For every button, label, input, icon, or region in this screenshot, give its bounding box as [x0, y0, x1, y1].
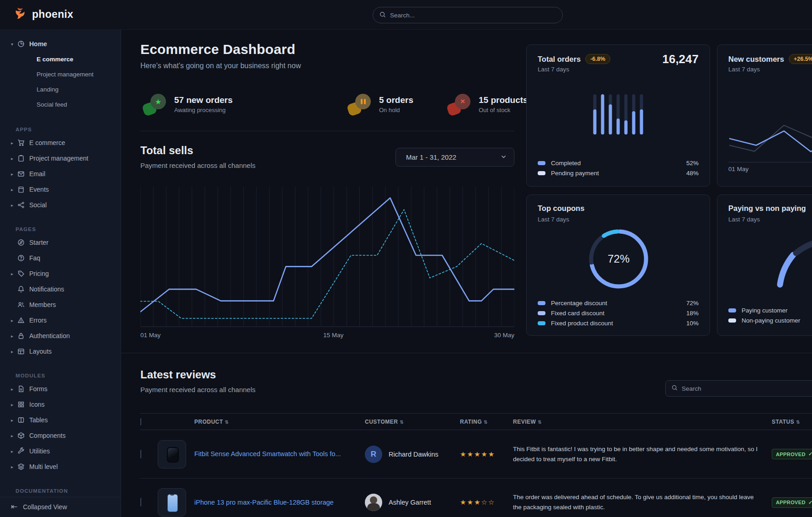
sidebar-item-notifications[interactable]: Notifications — [11, 281, 121, 297]
section-divider — [121, 353, 812, 353]
select-all-checkbox[interactable] — [140, 419, 158, 425]
chevron-right-icon: ▸ — [11, 334, 17, 339]
column-header-status[interactable]: STATUS⇅ — [772, 419, 812, 425]
chevron-right-icon: ▸ — [11, 156, 17, 161]
collapse-sidebar-button[interactable]: ⇤ Collapsed View — [11, 502, 67, 512]
sidebar-item-project-management-dashboard[interactable]: Project management — [11, 67, 121, 82]
change-badge: -6.8% — [585, 54, 610, 64]
sort-icon: ⇅ — [484, 420, 488, 425]
table-row: iPhone 13 pro max-Pacific Blue-128GB sto… — [140, 479, 812, 517]
calendar-icon — [17, 186, 25, 193]
file-text-icon — [17, 385, 25, 393]
avatar[interactable]: R — [365, 446, 382, 463]
rating-stars: ★★★★★ — [460, 450, 495, 458]
chevron-right-icon: ▸ — [11, 203, 17, 208]
sidebar-item-errors[interactable]: ▸ Errors — [11, 312, 121, 328]
sidebar-item-social[interactable]: ▸ Social — [11, 197, 121, 213]
sidebar-item-utilities[interactable]: ▸ Utilities — [11, 443, 121, 459]
warning-icon — [17, 317, 25, 324]
global-search-input[interactable]: Search... — [373, 7, 563, 23]
chevron-down-icon: ▾ — [11, 42, 17, 47]
legend-fixed-product-discount: Fixed product discount 10% — [538, 318, 699, 328]
card-period: Last 7 days — [538, 66, 569, 73]
review-text: The order was delivered ahead of schedul… — [513, 492, 772, 512]
sidebar-item-project-management[interactable]: ▸ Project management — [11, 151, 121, 166]
chevron-right-icon: ▸ — [11, 271, 17, 276]
sidebar-item-events[interactable]: ▸ Events — [11, 182, 121, 197]
date-range-select[interactable]: Mar 1 - 31, 2022 — [395, 148, 514, 167]
row-checkbox[interactable] — [140, 498, 158, 506]
sidebar-item-faq[interactable]: Faq — [11, 250, 121, 266]
sort-icon: ⇅ — [538, 420, 542, 425]
card-title: Total orders — [538, 55, 581, 64]
legend-swatch — [538, 311, 545, 315]
stat-new-orders: ★ 57 new orders Awating processing — [143, 94, 233, 115]
sort-icon: ⇅ — [796, 420, 800, 425]
page-title: Ecommerce Dashboard — [140, 42, 295, 57]
top-coupons-card: Top coupons Last 7 days 72% Percentage d… — [526, 194, 710, 336]
sidebar-item-forms[interactable]: ▸ Forms — [11, 381, 121, 397]
total-orders-card: Total orders -6.8% 16,247 Last 7 days Co… — [526, 44, 710, 187]
check-icon: ✓ — [808, 451, 812, 457]
column-header-rating[interactable]: RATING⇅ — [460, 419, 513, 425]
product-thumbnail-iphone[interactable] — [158, 488, 186, 517]
product-link[interactable]: iPhone 13 pro max-Pacific Blue-128GB sto… — [194, 499, 346, 506]
sidebar-item-components[interactable]: ▸ Components — [11, 428, 121, 443]
sidebar-item-members[interactable]: Members — [11, 297, 121, 312]
main-content: Ecommerce Dashboard Here's what's going … — [121, 30, 812, 517]
x-tick-01-may: 01 May — [140, 332, 160, 339]
sidebar-item-tables[interactable]: ▸ Tables — [11, 412, 121, 428]
chevron-right-icon: ▸ — [11, 172, 17, 177]
latest-reviews-title: Latest reviews — [140, 368, 216, 381]
orders-bar-chart — [593, 94, 643, 135]
chevron-right-icon: ▸ — [11, 433, 17, 438]
global-search-placeholder: Search... — [390, 12, 415, 19]
sidebar-item-starter[interactable]: Starter — [11, 235, 121, 250]
layout-icon — [17, 348, 25, 355]
sidebar-item-layouts[interactable]: ▸ Layouts — [11, 344, 121, 359]
sidebar-item-multi-level[interactable]: ▸ Multi level — [11, 459, 121, 474]
bell-icon — [17, 285, 25, 293]
chevron-right-icon: ▸ — [11, 349, 17, 354]
pie-chart-icon — [17, 40, 25, 48]
product-thumbnail-fitbit[interactable] — [158, 440, 186, 469]
sidebar-item-landing[interactable]: Landing — [11, 82, 121, 97]
reviews-search-input[interactable]: Search — [665, 380, 812, 397]
sidebar-item-authentication[interactable]: ▸ Authentication — [11, 328, 121, 344]
sidebar-item-email[interactable]: ▸ Email — [11, 166, 121, 182]
stat-out-of-stock: × 15 products Out of stock — [448, 94, 528, 115]
column-header-review[interactable]: REVIEW⇅ — [513, 419, 772, 425]
sidebar-section-pages: PAGES — [11, 226, 121, 232]
chevron-down-icon — [501, 153, 507, 161]
sort-icon: ⇅ — [225, 420, 229, 425]
legend-fixed-card-discount: Fixed card discount 18% — [538, 308, 699, 318]
legend-swatch — [538, 161, 545, 165]
total-sells-chart — [140, 187, 514, 327]
avatar[interactable] — [365, 494, 382, 511]
question-icon — [17, 254, 25, 262]
sidebar-item-icons[interactable]: ▸ Icons — [11, 397, 121, 412]
row-checkbox[interactable] — [140, 450, 158, 458]
product-link[interactable]: Fitbit Sense Advanced Smartwatch with To… — [194, 450, 353, 458]
legend-pending-payment: Pending payment 48% — [538, 168, 699, 178]
latest-reviews-subtitle: Payment received across all channels — [140, 386, 256, 393]
sidebar-item-home[interactable]: ▾ Home — [11, 36, 121, 52]
sidebar-item-ecommerce[interactable]: ▸ E commerce — [11, 135, 121, 151]
lock-icon — [17, 332, 25, 339]
card-title: Top coupons — [538, 204, 584, 213]
pause-badge-icon — [348, 94, 371, 115]
sidebar-section-modules: MODULES — [11, 373, 121, 378]
column-header-customer[interactable]: CUSTOMER⇅ — [365, 419, 460, 425]
mini-x-tick: 01 May — [728, 166, 748, 172]
column-header-product[interactable]: PRODUCT⇅ — [194, 419, 365, 425]
sidebar-item-social-feed[interactable]: Social feed — [11, 97, 121, 112]
customer-cell: R Richard Dawkins — [365, 446, 460, 463]
collapse-left-icon: ⇤ — [11, 502, 17, 512]
brand-logo[interactable]: phoenix — [14, 6, 73, 22]
sidebar-item-pricing[interactable]: ▸ Pricing — [11, 266, 121, 281]
users-icon — [17, 301, 25, 308]
legend-swatch — [728, 308, 736, 312]
sidebar-divider — [0, 497, 121, 497]
chart-x-axis: 01 May 15 May 30 May — [140, 332, 514, 341]
sidebar-item-ecommerce-dashboard[interactable]: E commerce — [11, 52, 121, 67]
